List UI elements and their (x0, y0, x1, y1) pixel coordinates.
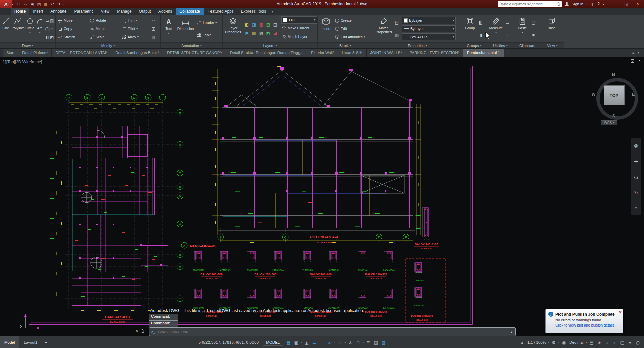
save-icon[interactable]: ▣ (29, 2, 36, 6)
ellipse-icon[interactable]: ◯ (45, 27, 50, 31)
annotation-scale-caret-icon[interactable]: ▾ (548, 341, 550, 344)
layer-tool-icon[interactable]: ▣ (244, 31, 249, 35)
command-close-icon[interactable]: × (136, 329, 138, 333)
properties-list-icon[interactable]: ▤ (394, 20, 399, 25)
help-search-box[interactable] (498, 1, 562, 7)
layer-tool-icon[interactable]: ▨ (259, 31, 264, 35)
modify-panel-caret-icon[interactable]: ▾ (113, 44, 115, 47)
line-button[interactable]: Line (1, 16, 11, 42)
measure-caret-icon[interactable]: ▾ (495, 31, 497, 34)
match-properties-button[interactable]: Match Properties (374, 16, 393, 42)
workspace-caret-icon[interactable]: ▾ (558, 341, 560, 344)
viewcube-west-label[interactable]: W (592, 92, 595, 97)
layers-panel-label[interactable]: Layers▾ (223, 42, 317, 48)
properties-panel-caret-icon[interactable]: ▾ (426, 44, 427, 47)
layer-tool-icon[interactable]: ▥ (251, 31, 257, 35)
leader-button[interactable]: Leader▾ (196, 18, 221, 27)
base-button[interactable]: Base (542, 16, 561, 42)
offset-icon[interactable]: ▥ (151, 35, 156, 39)
save-as-icon[interactable]: ▤ (36, 2, 42, 6)
modify-panel-label[interactable]: Modify▾ (56, 42, 160, 48)
snap-icon[interactable]: ▣ (293, 340, 300, 345)
linetype-caret-icon[interactable]: ▾ (453, 35, 454, 38)
notification-link[interactable]: Click to view plot and publish details..… (555, 323, 620, 327)
rotate-button[interactable]: Rotate (89, 16, 120, 25)
gradient-icon[interactable]: ◩ (49, 35, 54, 39)
layer-tool-icon[interactable]: ◧ (244, 23, 249, 27)
scale-button[interactable]: Scale (89, 33, 120, 41)
isodraft-caret-icon[interactable]: ▾ (344, 341, 346, 344)
utilities-panel-label[interactable]: Utilities▾ (487, 42, 514, 48)
ribbon-tab-express-tools[interactable]: Express Tools (237, 8, 270, 15)
current-layer-select[interactable]: TXT ▾ (281, 16, 317, 24)
move-button[interactable]: Move (57, 16, 88, 25)
circle-button[interactable]: Circle ▾ (25, 16, 35, 42)
layer-tool-icon[interactable]: ▤ (266, 23, 271, 27)
transparency-icon[interactable]: ▨ (372, 340, 379, 345)
array-button[interactable]: Array▾ (121, 33, 150, 41)
trim-caret-icon[interactable]: ▾ (136, 19, 137, 22)
tab-overflow-icon[interactable]: ≡ (632, 50, 634, 55)
copy-clip-icon[interactable]: ▣ (531, 33, 536, 37)
osnap-caret-icon[interactable]: ▾ (362, 341, 364, 344)
array-caret-icon[interactable]: ▾ (137, 35, 139, 38)
layer-tool-icon[interactable]: ◪ (273, 31, 278, 35)
viewport-minimize-icon[interactable]: – (624, 58, 627, 63)
ribbon-tab-parametric[interactable]: Parametric (70, 8, 97, 15)
utilities-panel-caret-icon[interactable]: ▾ (506, 44, 508, 47)
redo-icon[interactable]: ↷ (56, 2, 62, 6)
ribbon-options-caret-icon[interactable]: ▾ (272, 10, 273, 15)
zoom-icon[interactable] (634, 175, 638, 180)
ribbon-tab-insert[interactable]: Insert (29, 8, 47, 15)
open-file-icon[interactable]: ▱ (22, 2, 29, 6)
doc-tab-start[interactable]: Start (3, 48, 18, 57)
ungroup-icon[interactable]: ◧ (478, 20, 483, 25)
make-current-button[interactable]: Make Current (281, 24, 316, 32)
region-icon[interactable]: ◧ (45, 35, 50, 39)
user-avatar-icon[interactable] (565, 4, 569, 6)
ribbon-tab-addins[interactable]: Add-ins (155, 8, 176, 15)
annotation-monitor-icon[interactable]: ◉ (560, 340, 567, 345)
help-search-input[interactable] (500, 2, 555, 6)
units-caret-icon[interactable]: ▾ (585, 341, 587, 344)
viewcube[interactable]: N W E S TOP WCS▾ (594, 73, 634, 130)
insert-button[interactable]: Insert (319, 16, 333, 42)
lineweight-select[interactable]: ByLayer▾ (402, 25, 456, 32)
lock-ui-icon[interactable]: ◈ (596, 340, 603, 345)
undo-icon[interactable]: ↶ (49, 2, 56, 6)
doc-tab[interactable]: Head & Sill* (338, 48, 366, 57)
arc-caret-icon[interactable]: ▾ (39, 31, 40, 34)
doc-tab[interactable]: JOINT IN WALLS* (367, 48, 406, 57)
view-panel-label[interactable]: View▾ (541, 42, 564, 48)
layer-tool-icon[interactable]: ◩ (266, 31, 271, 35)
annotation-scale-value[interactable]: 1:1 / 100% (526, 340, 547, 344)
linetype-select[interactable]: BYLAYER▾ (402, 33, 456, 40)
color-caret-icon[interactable]: ▾ (453, 19, 454, 22)
workspace-gear-icon[interactable]: ⚙ (550, 340, 557, 345)
autocad-logo-icon[interactable]: A (0, 0, 12, 8)
doc-tab[interactable]: PARKING LEVEL SECTION* (406, 48, 463, 57)
edit-block-button[interactable]: Edit (334, 25, 371, 33)
annotation-panel-label[interactable]: Annotation▾ (161, 42, 222, 48)
layer-select-caret-icon[interactable]: ▾ (314, 18, 315, 21)
hatch-icon[interactable]: ▨ (49, 19, 54, 23)
quick-calc-icon[interactable]: ◌ (505, 33, 510, 37)
units-value[interactable]: Decimal (568, 340, 585, 344)
app-store-icon[interactable]: ◫ (591, 2, 594, 6)
copy-button[interactable]: Copy (57, 25, 88, 33)
leader-caret-icon[interactable]: ▾ (215, 21, 217, 24)
customization-icon[interactable]: ≡ (627, 340, 634, 345)
properties-table-icon[interactable]: ▥ (394, 33, 399, 37)
close-button[interactable]: × (632, 0, 643, 8)
point-icon[interactable]: ◌ (49, 27, 54, 31)
polar-caret-icon[interactable]: ▾ (334, 341, 336, 344)
ribbon-tab-output[interactable]: Output (135, 8, 155, 15)
grid-icon[interactable]: ▦ (285, 340, 292, 345)
group-button[interactable]: Group (463, 16, 477, 42)
circle-caret-icon[interactable]: ▾ (29, 31, 31, 34)
doc-tab[interactable]: Detail Plafond* (18, 48, 52, 57)
minimize-button[interactable]: – (609, 0, 620, 8)
quick-properties-icon[interactable]: ▤ (588, 340, 595, 345)
polyline-button[interactable]: Polyline (12, 16, 24, 42)
clipboard-panel-label[interactable]: Clipboard (514, 42, 541, 48)
